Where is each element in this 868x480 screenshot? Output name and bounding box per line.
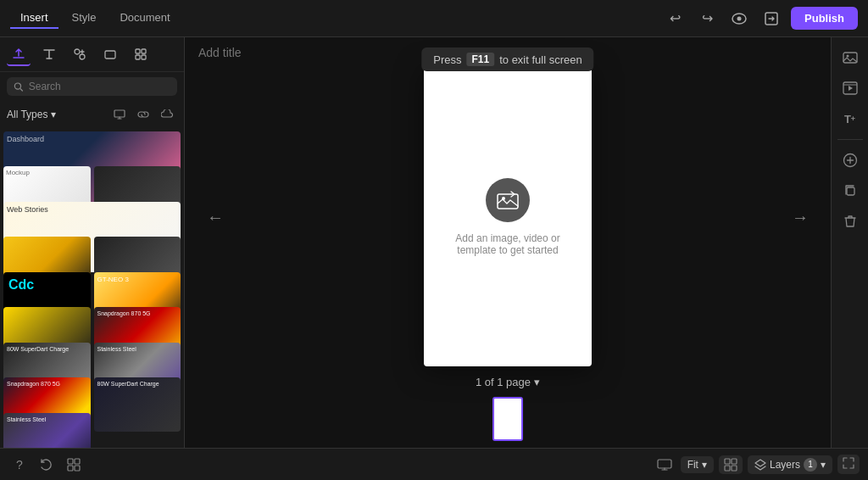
page-indicator[interactable]: 1 of 1 page ▾ — [476, 376, 540, 388]
svg-point-4 — [80, 54, 85, 59]
svg-rect-19 — [68, 459, 73, 464]
layers-icon — [754, 459, 766, 471]
status-expand-button[interactable] — [837, 455, 860, 474]
right-action-delete[interactable] — [837, 208, 864, 235]
status-layers-button[interactable]: Layers 1 ▾ — [748, 455, 832, 474]
undo-button[interactable]: ↩ — [662, 6, 687, 31]
canvas-title-input[interactable] — [198, 46, 347, 59]
svg-rect-26 — [725, 466, 730, 471]
status-view-grid-button[interactable] — [719, 455, 743, 474]
layers-count-badge: 1 — [804, 458, 817, 472]
tool-more[interactable] — [129, 42, 153, 66]
slide-canvas: Add an image, video or template to get s… — [424, 68, 592, 366]
tool-text[interactable] — [37, 42, 61, 66]
panel-toolbar — [0, 37, 184, 72]
slide-placeholder-text: Add an image, video or template to get s… — [448, 232, 567, 256]
right-action-media[interactable] — [837, 75, 864, 102]
status-monitor-icon[interactable] — [654, 454, 676, 476]
top-bar: Insert Style Document ↩ ↪ Publish — [0, 0, 868, 37]
svg-rect-25 — [732, 459, 737, 464]
page-thumbnails — [492, 397, 523, 444]
top-actions: ↩ ↪ Publish — [662, 6, 858, 31]
svg-rect-20 — [75, 459, 80, 464]
tab-group: Insert Style Document — [10, 8, 181, 29]
redo-button[interactable]: ↪ — [694, 6, 720, 31]
grid-item-charge2[interactable]: 80W SuperDart Charge — [94, 377, 181, 432]
search-input[interactable] — [29, 81, 170, 92]
prev-page-button[interactable]: ← — [202, 204, 229, 231]
svg-rect-22 — [75, 466, 80, 471]
f11-badge: F11 — [467, 53, 495, 66]
svg-rect-24 — [725, 459, 730, 464]
search-icon — [14, 81, 24, 92]
svg-rect-9 — [142, 55, 146, 59]
status-fit-button[interactable]: Fit ▾ — [681, 456, 714, 473]
right-panel: T+ — [831, 37, 868, 448]
status-help-icon[interactable]: ? — [8, 454, 31, 476]
svg-rect-6 — [136, 49, 140, 53]
status-undo-icon[interactable] — [36, 454, 58, 476]
canvas-area: Press F11 to exit full screen ← → Add an… — [185, 37, 831, 448]
filter-desktop-icon[interactable] — [109, 104, 130, 125]
filter-label[interactable]: All Types ▾ — [7, 109, 56, 120]
svg-rect-21 — [68, 466, 73, 471]
canvas-bottom-bar: 1 of 1 page ▾ — [185, 366, 831, 397]
filter-icons — [109, 104, 177, 125]
svg-rect-18 — [847, 187, 854, 195]
filter-cloud-icon[interactable] — [157, 104, 177, 125]
tab-insert[interactable]: Insert — [10, 8, 58, 29]
right-action-image[interactable] — [837, 44, 864, 71]
search-bar[interactable] — [7, 77, 177, 96]
svg-point-3 — [75, 49, 80, 54]
left-panel: All Types ▾ — [0, 37, 185, 448]
next-page-button[interactable]: → — [787, 204, 814, 231]
right-action-add-circle[interactable] — [837, 147, 864, 174]
tool-shapes[interactable] — [98, 42, 122, 66]
tool-upload[interactable] — [7, 42, 31, 66]
svg-point-15 — [846, 55, 849, 58]
image-grid: Dashboard Mockup Web Stories Cdc GT-NEO … — [0, 128, 184, 448]
page-thumb-1[interactable] — [492, 397, 523, 441]
fullscreen-notice: Press F11 to exit full screen — [421, 47, 593, 71]
svg-rect-5 — [105, 51, 115, 59]
grid-item-stainless2[interactable]: Stainless Steel — [3, 413, 91, 448]
svg-point-1 — [737, 16, 742, 20]
right-divider — [837, 139, 863, 140]
status-bar: ? Fit ▾ — [0, 448, 868, 480]
tool-elements[interactable] — [68, 42, 92, 66]
svg-rect-27 — [732, 466, 737, 471]
svg-rect-23 — [658, 460, 671, 468]
svg-rect-8 — [136, 55, 140, 59]
share-button[interactable] — [759, 6, 784, 31]
canvas-main: ← → Add an image, video or template to g… — [185, 68, 831, 366]
slide-placeholder-icon — [486, 178, 530, 222]
status-grid-icon[interactable] — [63, 454, 85, 476]
filter-row: All Types ▾ — [0, 101, 184, 128]
svg-rect-11 — [114, 110, 125, 117]
preview-button[interactable] — [726, 6, 752, 31]
page-thumbnails-container — [185, 397, 831, 448]
tab-style[interactable]: Style — [62, 8, 107, 29]
svg-rect-7 — [142, 49, 146, 53]
right-action-copy[interactable] — [837, 177, 864, 204]
main-content: All Types ▾ — [0, 37, 868, 448]
svg-point-10 — [14, 82, 20, 88]
filter-link-icon[interactable] — [133, 104, 153, 125]
tab-document[interactable]: Document — [109, 8, 180, 29]
publish-button[interactable]: Publish — [791, 7, 858, 30]
right-action-text-plus[interactable]: T+ — [837, 105, 864, 132]
